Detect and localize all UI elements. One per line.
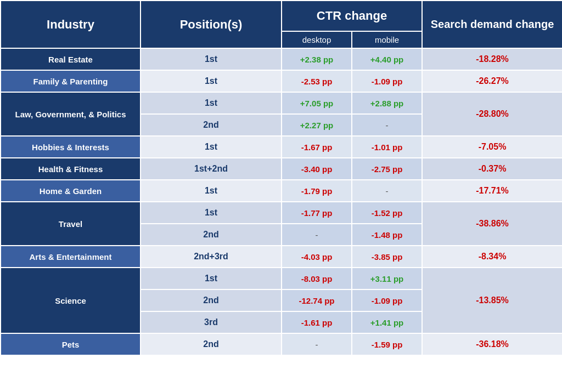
ctr-mobile-cell: -1.59 pp bbox=[352, 333, 422, 355]
industry-cell: Law, Government, & Politics bbox=[1, 92, 140, 136]
demand-cell: -0.37% bbox=[422, 158, 562, 180]
search-demand-header: Search demand change bbox=[422, 1, 562, 48]
ctr-desktop-cell: -1.77 pp bbox=[282, 202, 352, 224]
position-cell: 1st+2nd bbox=[140, 158, 282, 180]
position-cell: 1st bbox=[140, 70, 282, 92]
ctr-mobile-cell: -2.75 pp bbox=[352, 158, 422, 180]
table-row: Real Estate1st+2.38 pp+4.40 pp-18.28% bbox=[1, 48, 562, 70]
ctr-desktop-cell: - bbox=[282, 224, 352, 246]
ctr-mobile-cell: -1.09 pp bbox=[352, 289, 422, 311]
table-row: Hobbies & Interests1st-1.67 pp-1.01 pp-7… bbox=[1, 136, 562, 158]
table-body: Real Estate1st+2.38 pp+4.40 pp-18.28%Fam… bbox=[1, 48, 562, 355]
industry-cell: Hobbies & Interests bbox=[1, 136, 140, 158]
position-cell: 3rd bbox=[140, 311, 282, 333]
ctr-change-header: CTR change bbox=[282, 1, 422, 31]
position-cell: 1st bbox=[140, 48, 282, 70]
position-cell: 1st bbox=[140, 268, 282, 289]
table-row: Law, Government, & Politics1st+7.05 pp+2… bbox=[1, 92, 562, 114]
table-row: Family & Parenting1st-2.53 pp-1.09 pp-26… bbox=[1, 70, 562, 92]
ctr-mobile-cell: -1.48 pp bbox=[352, 224, 422, 246]
industry-header: Industry bbox=[1, 1, 140, 48]
ctr-desktop-cell: -3.40 pp bbox=[282, 158, 352, 180]
table-row: Arts & Entertainment2nd+3rd-4.03 pp-3.85… bbox=[1, 246, 562, 268]
ctr-desktop-cell: -1.61 pp bbox=[282, 311, 352, 333]
table-row: Travel1st-1.77 pp-1.52 pp-38.86% bbox=[1, 202, 562, 224]
ctr-desktop-cell: -12.74 pp bbox=[282, 289, 352, 311]
table-row: Pets2nd--1.59 pp-36.18% bbox=[1, 333, 562, 355]
ctr-desktop-cell: +2.27 pp bbox=[282, 114, 352, 136]
ctr-mobile-cell: - bbox=[352, 114, 422, 136]
ctr-desktop-cell: +2.38 pp bbox=[282, 48, 352, 70]
demand-cell: -38.86% bbox=[422, 202, 562, 246]
table-row: Home & Garden1st-1.79 pp--17.71% bbox=[1, 180, 562, 202]
demand-cell: -7.05% bbox=[422, 136, 562, 158]
mobile-header: mobile bbox=[352, 31, 422, 48]
demand-cell: -13.85% bbox=[422, 268, 562, 333]
ctr-mobile-cell: -1.01 pp bbox=[352, 136, 422, 158]
positions-header: Position(s) bbox=[140, 1, 282, 48]
demand-cell: -17.71% bbox=[422, 180, 562, 202]
ctr-mobile-cell: -1.09 pp bbox=[352, 70, 422, 92]
table-main-header: Industry Position(s) CTR change Search d… bbox=[1, 1, 562, 31]
ctr-desktop-cell: - bbox=[282, 333, 352, 355]
industry-cell: Real Estate bbox=[1, 48, 140, 70]
ctr-mobile-cell: -3.85 pp bbox=[352, 246, 422, 268]
ctr-desktop-cell: +7.05 pp bbox=[282, 92, 352, 114]
demand-cell: -26.27% bbox=[422, 70, 562, 92]
ctr-desktop-cell: -2.53 pp bbox=[282, 70, 352, 92]
demand-cell: -36.18% bbox=[422, 333, 562, 355]
ctr-desktop-cell: -1.79 pp bbox=[282, 180, 352, 202]
demand-cell: -8.34% bbox=[422, 246, 562, 268]
ctr-mobile-cell: +4.40 pp bbox=[352, 48, 422, 70]
ctr-mobile-cell: - bbox=[352, 180, 422, 202]
industry-cell: Health & Fitness bbox=[1, 158, 140, 180]
ctr-mobile-cell: +3.11 pp bbox=[352, 268, 422, 289]
position-cell: 2nd bbox=[140, 114, 282, 136]
data-table: Industry Position(s) CTR change Search d… bbox=[0, 0, 562, 356]
industry-cell: Science bbox=[1, 268, 140, 333]
ctr-desktop-cell: -4.03 pp bbox=[282, 246, 352, 268]
demand-cell: -28.80% bbox=[422, 92, 562, 136]
industry-cell: Pets bbox=[1, 333, 140, 355]
ctr-mobile-cell: +2.88 pp bbox=[352, 92, 422, 114]
position-cell: 2nd bbox=[140, 289, 282, 311]
table-row: Science1st-8.03 pp+3.11 pp-13.85% bbox=[1, 268, 562, 289]
ctr-mobile-cell: +1.41 pp bbox=[352, 311, 422, 333]
demand-cell: -18.28% bbox=[422, 48, 562, 70]
ctr-mobile-cell: -1.52 pp bbox=[352, 202, 422, 224]
desktop-header: desktop bbox=[282, 31, 352, 48]
ctr-desktop-cell: -1.67 pp bbox=[282, 136, 352, 158]
position-cell: 2nd bbox=[140, 333, 282, 355]
position-cell: 1st bbox=[140, 92, 282, 114]
position-cell: 1st bbox=[140, 136, 282, 158]
industry-cell: Home & Garden bbox=[1, 180, 140, 202]
industry-cell: Arts & Entertainment bbox=[1, 246, 140, 268]
position-cell: 2nd bbox=[140, 224, 282, 246]
position-cell: 1st bbox=[140, 180, 282, 202]
position-cell: 2nd+3rd bbox=[140, 246, 282, 268]
industry-cell: Family & Parenting bbox=[1, 70, 140, 92]
main-table-container: Industry Position(s) CTR change Search d… bbox=[0, 0, 562, 356]
table-row: Health & Fitness1st+2nd-3.40 pp-2.75 pp-… bbox=[1, 158, 562, 180]
industry-cell: Travel bbox=[1, 202, 140, 246]
position-cell: 1st bbox=[140, 202, 282, 224]
ctr-desktop-cell: -8.03 pp bbox=[282, 268, 352, 289]
